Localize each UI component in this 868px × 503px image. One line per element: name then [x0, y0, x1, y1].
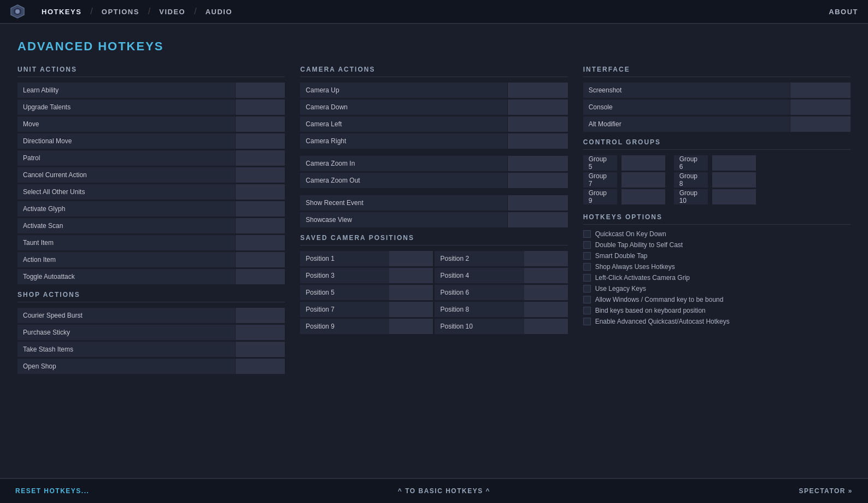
- checkbox[interactable]: [583, 285, 591, 293]
- unit-action-input[interactable]: [236, 116, 285, 132]
- shop-action-input[interactable]: [236, 308, 285, 323]
- unit-action-input[interactable]: [236, 269, 285, 284]
- interface-label: Console: [583, 100, 790, 115]
- nav-options[interactable]: Options: [93, 0, 148, 24]
- shop-action-label: Open Shop: [17, 359, 236, 374]
- checkbox-label: Quickcast On Key Down: [595, 230, 666, 238]
- unit-actions-title: Unit Actions: [17, 66, 285, 77]
- nav-audio[interactable]: Audio: [197, 0, 241, 24]
- position-input[interactable]: [389, 268, 433, 283]
- unit-action-input[interactable]: [236, 252, 285, 267]
- camera-action-input[interactable]: [508, 195, 568, 210]
- position-input[interactable]: [524, 251, 568, 266]
- cg-label-left: Group 5: [583, 155, 617, 171]
- interface-input[interactable]: [790, 83, 851, 98]
- shop-action-input[interactable]: [236, 359, 285, 374]
- interface-input[interactable]: [790, 116, 851, 132]
- unit-action-row: Select All Other Units: [17, 184, 285, 200]
- checkbox-row[interactable]: Allow Windows / Command key to be bound: [583, 296, 851, 303]
- position-row: Position 9: [300, 319, 433, 334]
- checkbox[interactable]: [583, 252, 591, 260]
- camera-action-row: Camera Down: [300, 100, 567, 115]
- unit-action-input[interactable]: [236, 235, 285, 250]
- checkbox-row[interactable]: Enable Advanced Quickcast/Autocast Hotke…: [583, 318, 851, 325]
- cg-input-right[interactable]: [712, 155, 756, 171]
- unit-action-input[interactable]: [236, 167, 285, 183]
- checkbox-row[interactable]: Smart Double Tap: [583, 252, 851, 260]
- cg-input-left[interactable]: [621, 172, 665, 188]
- checkbox[interactable]: [583, 296, 591, 303]
- unit-action-input[interactable]: [236, 100, 285, 115]
- camera-action-input[interactable]: [508, 133, 568, 149]
- cg-label-right: Group 8: [674, 172, 708, 188]
- unit-action-label: Action Item: [17, 252, 236, 267]
- checkbox[interactable]: [583, 263, 591, 271]
- position-input[interactable]: [524, 319, 568, 334]
- columns: Unit Actions Learn Ability Upgrade Talen…: [17, 66, 851, 376]
- checkbox-row[interactable]: Quickcast On Key Down: [583, 230, 851, 238]
- camera-action-input[interactable]: [508, 100, 568, 115]
- position-label: Position 9: [300, 319, 389, 334]
- position-input[interactable]: [389, 319, 433, 334]
- position-input[interactable]: [524, 268, 568, 283]
- nav-video[interactable]: Video: [150, 0, 194, 24]
- cg-label-left: Group 7: [583, 172, 617, 188]
- shop-action-row: Courier Speed Burst: [17, 308, 285, 323]
- nav-about[interactable]: About: [829, 8, 858, 16]
- unit-action-label: Activate Scan: [17, 218, 236, 233]
- page-content: Advanced Hotkeys Unit Actions Learn Abil…: [0, 24, 868, 478]
- camera-actions-list: Camera Up Camera Down Camera Left Camera…: [300, 83, 567, 227]
- checkbox-row[interactable]: Double Tap Ability to Self Cast: [583, 241, 851, 249]
- unit-action-row: Taunt Item: [17, 235, 285, 250]
- cg-input-left[interactable]: [621, 155, 665, 171]
- saved-camera-title: Saved Camera Positions: [300, 234, 567, 245]
- checkbox-row[interactable]: Use Legacy Keys: [583, 285, 851, 293]
- position-input[interactable]: [524, 302, 568, 317]
- checkbox[interactable]: [583, 230, 591, 238]
- checkbox[interactable]: [583, 241, 591, 249]
- interface-input[interactable]: [790, 100, 851, 115]
- control-group-row: Group 5 Group 6: [583, 155, 851, 171]
- checkbox-row[interactable]: Bind keys based on keyboard position: [583, 307, 851, 314]
- camera-action-label: Camera Zoom Out: [300, 173, 507, 188]
- spectator-button[interactable]: Spectator »: [799, 487, 853, 495]
- camera-gap: [300, 190, 567, 195]
- camera-action-input[interactable]: [508, 173, 568, 188]
- position-input[interactable]: [524, 285, 568, 300]
- position-input[interactable]: [389, 251, 433, 266]
- camera-action-row: Show Recent Event: [300, 195, 567, 210]
- checkbox-label: Shop Always Uses Hotkeys: [595, 263, 675, 271]
- camera-action-input[interactable]: [508, 156, 568, 171]
- reset-hotkeys-button[interactable]: Reset Hotkeys...: [15, 487, 89, 495]
- checkbox-label: Allow Windows / Command key to be bound: [595, 296, 724, 303]
- position-label: Position 2: [435, 251, 524, 266]
- camera-action-input[interactable]: [508, 83, 568, 98]
- cg-input-left[interactable]: [621, 189, 665, 204]
- unit-action-input[interactable]: [236, 83, 285, 98]
- camera-action-input[interactable]: [508, 212, 568, 227]
- position-input[interactable]: [389, 285, 433, 300]
- checkbox[interactable]: [583, 318, 591, 325]
- shop-action-input[interactable]: [236, 325, 285, 340]
- unit-action-label: Select All Other Units: [17, 184, 236, 200]
- unit-action-input[interactable]: [236, 218, 285, 233]
- camera-action-input[interactable]: [508, 116, 568, 132]
- unit-action-input[interactable]: [236, 150, 285, 166]
- checkbox-row[interactable]: Left-Click Activates Camera Grip: [583, 274, 851, 282]
- position-label: Position 10: [435, 319, 524, 334]
- basic-hotkeys-button[interactable]: ^ To Basic Hotkeys ^: [89, 487, 799, 495]
- camera-action-label: Camera Zoom In: [300, 156, 507, 171]
- nav-hotkeys[interactable]: Hotkeys: [33, 0, 90, 24]
- shop-action-input[interactable]: [236, 342, 285, 357]
- cg-input-right[interactable]: [712, 189, 756, 204]
- position-input[interactable]: [389, 302, 433, 317]
- position-row: Position 8: [435, 302, 567, 317]
- unit-action-input[interactable]: [236, 201, 285, 217]
- unit-action-input[interactable]: [236, 184, 285, 200]
- cg-input-right[interactable]: [712, 172, 756, 188]
- unit-action-input[interactable]: [236, 133, 285, 149]
- checkbox[interactable]: [583, 307, 591, 314]
- camera-action-label: Showcase View: [300, 212, 507, 227]
- checkbox[interactable]: [583, 274, 591, 282]
- checkbox-row[interactable]: Shop Always Uses Hotkeys: [583, 263, 851, 271]
